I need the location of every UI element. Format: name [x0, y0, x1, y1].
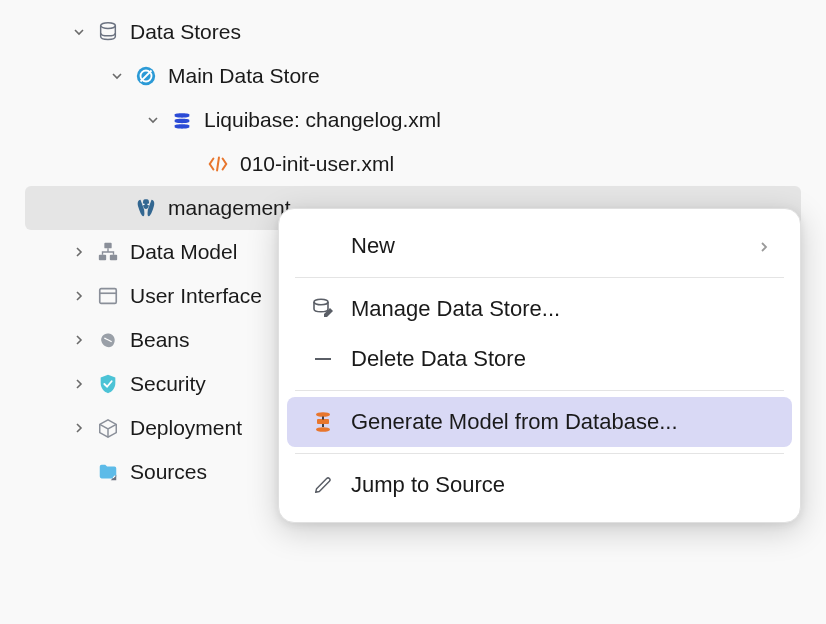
- context-menu: New Manage Data Store... Delete Data Sto…: [278, 208, 801, 523]
- tree-label: Data Model: [130, 240, 237, 264]
- tree-label: Beans: [130, 328, 190, 352]
- menu-label: New: [351, 233, 758, 259]
- window-icon: [96, 284, 120, 308]
- chevron-down-icon: [108, 67, 126, 85]
- tree-label: Security: [130, 372, 206, 396]
- menu-item-delete-data-store[interactable]: Delete Data Store: [287, 334, 792, 384]
- menu-item-manage-data-store[interactable]: Manage Data Store...: [287, 284, 792, 334]
- tree-label: Sources: [130, 460, 207, 484]
- data-model-icon: [96, 240, 120, 264]
- svg-rect-13: [317, 419, 329, 424]
- tree-item-data-stores[interactable]: Data Stores: [0, 10, 826, 54]
- minus-icon: [309, 346, 337, 372]
- chevron-right-icon: [758, 234, 770, 258]
- chevron-right-icon: [70, 419, 88, 437]
- svg-point-14: [316, 427, 330, 432]
- menu-label: Generate Model from Database...: [351, 409, 770, 435]
- svg-rect-8: [100, 289, 117, 304]
- svg-point-10: [314, 299, 328, 305]
- tree-item-init-user[interactable]: 010-init-user.xml: [0, 142, 826, 186]
- tree-item-liquibase[interactable]: Liquibase: changelog.xml: [0, 98, 826, 142]
- menu-separator: [295, 453, 784, 454]
- generate-model-icon: [309, 409, 337, 435]
- chevron-down-icon: [70, 23, 88, 41]
- menu-label: Delete Data Store: [351, 346, 770, 372]
- svg-point-0: [101, 23, 116, 29]
- shield-icon: [96, 372, 120, 396]
- postgres-icon: [134, 196, 158, 220]
- manage-datastore-icon: [309, 296, 337, 322]
- menu-item-new[interactable]: New: [287, 221, 792, 271]
- tree-label: Liquibase: changelog.xml: [204, 108, 441, 132]
- chevron-right-icon: [70, 375, 88, 393]
- tree-label: Data Stores: [130, 20, 241, 44]
- chevron-down-icon: [144, 111, 162, 129]
- tree-label: Deployment: [130, 416, 242, 440]
- tree-label: User Interface: [130, 284, 262, 308]
- svg-point-4: [147, 203, 149, 205]
- pencil-icon: [309, 472, 337, 498]
- menu-separator: [295, 390, 784, 391]
- menu-label: Jump to Source: [351, 472, 770, 498]
- folder-shortcut-icon: [96, 460, 120, 484]
- tree-label: 010-init-user.xml: [240, 152, 394, 176]
- datasource-icon: [134, 64, 158, 88]
- menu-item-jump-to-source[interactable]: Jump to Source: [287, 460, 792, 510]
- bean-icon: [96, 328, 120, 352]
- xml-file-icon: [206, 152, 230, 176]
- chevron-right-icon: [70, 287, 88, 305]
- svg-rect-5: [104, 243, 111, 249]
- chevron-right-icon: [70, 243, 88, 261]
- svg-point-3: [143, 203, 145, 205]
- tree-item-main-data-store[interactable]: Main Data Store: [0, 54, 826, 98]
- svg-point-12: [316, 412, 330, 417]
- svg-rect-7: [110, 255, 117, 261]
- menu-label: Manage Data Store...: [351, 296, 770, 322]
- menu-separator: [295, 277, 784, 278]
- chevron-right-icon: [70, 331, 88, 349]
- liquibase-icon: [170, 108, 194, 132]
- tree-label: management: [168, 196, 291, 220]
- tree-label: Main Data Store: [168, 64, 320, 88]
- svg-rect-6: [99, 255, 106, 261]
- icon-spacer: [309, 233, 337, 259]
- package-icon: [96, 416, 120, 440]
- database-icon: [96, 20, 120, 44]
- menu-item-generate-model[interactable]: Generate Model from Database...: [287, 397, 792, 447]
